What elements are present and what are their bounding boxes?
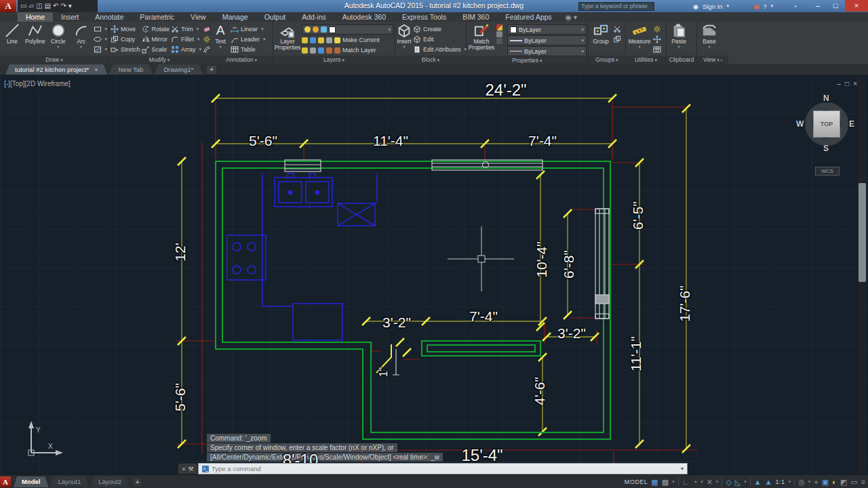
panel-label-layers[interactable]: Layers▾: [273, 56, 395, 64]
new-drawing-tab-button[interactable]: +: [207, 66, 216, 74]
isometric-drafting-icon[interactable]: ◇: [726, 476, 731, 488]
layout1-tab[interactable]: Layout1: [50, 476, 89, 487]
fillet-button[interactable]: Fillet▾: [171, 35, 201, 44]
panel-label-properties[interactable]: Properties▾: [467, 56, 588, 64]
snap-mode-icon[interactable]: ▩: [662, 476, 669, 488]
tab-manage[interactable]: Manage: [214, 12, 256, 22]
insert-block-button[interactable]: Insert▾: [397, 23, 412, 49]
maximize-button[interactable]: □: [827, 0, 844, 12]
annotation-scale-value[interactable]: 1:1: [776, 479, 785, 485]
panel-label-clipboard[interactable]: Clipboard: [667, 56, 696, 64]
copy-button[interactable]: Copy: [111, 35, 140, 44]
vp-minimize-icon[interactable]: –: [837, 80, 846, 87]
annotation-monitor-icon[interactable]: +: [814, 476, 818, 488]
viewcube[interactable]: TOP N S W E: [800, 98, 853, 150]
layer-thaw-icon[interactable]: [318, 47, 324, 54]
tab-home[interactable]: Home: [18, 12, 53, 22]
lineweight-list-icon[interactable]: [496, 31, 502, 37]
object-color-icon[interactable]: [496, 24, 502, 30]
paste-button[interactable]: Paste▾: [668, 23, 690, 49]
layer-select[interactable]: ▾: [302, 24, 393, 35]
mirror-button[interactable]: Mirror: [142, 35, 170, 44]
make-current-button[interactable]: Make Current: [334, 35, 380, 45]
workspace-dropdown-icon[interactable]: ▾: [808, 479, 811, 485]
panel-label-groups[interactable]: Groups▾: [589, 56, 625, 64]
file-tab-kitchen-project[interactable]: tutorial #2 kitchen project*×: [5, 64, 108, 75]
tab-featured-apps[interactable]: Featured Apps: [497, 12, 559, 22]
annotation-autoscale-icon[interactable]: ▲: [765, 476, 772, 488]
minimize-button[interactable]: –: [810, 0, 826, 12]
measure-button[interactable]: Measure▾: [627, 23, 652, 49]
quick-select-button[interactable]: [653, 24, 661, 34]
line-button[interactable]: Line: [1, 23, 23, 45]
file-tab-new-tab[interactable]: New Tab: [109, 64, 153, 75]
close-tab-icon[interactable]: ×: [94, 66, 98, 73]
viewcube-north[interactable]: N: [823, 94, 829, 103]
polar-dropdown-icon[interactable]: ▾: [701, 479, 703, 485]
base-view-button[interactable]: Base▾: [698, 23, 720, 49]
viewcube-south[interactable]: S: [823, 144, 829, 153]
linetype-select[interactable]: ByLayer▾: [507, 46, 587, 56]
sign-in-button[interactable]: ◒ Sign In ▾: [695, 1, 729, 11]
tab-autodesk-360[interactable]: Autodesk 360: [334, 12, 394, 22]
leader-button[interactable]: Leader▾: [231, 35, 266, 44]
viewcube-top-face[interactable]: TOP: [813, 110, 840, 138]
panel-label-annotation[interactable]: Annotation▾: [210, 56, 273, 64]
layer-off-icon[interactable]: [302, 37, 308, 43]
panel-label-view[interactable]: View▾ ▪: [697, 56, 728, 64]
group-button[interactable]: Group: [590, 23, 612, 45]
tab-output[interactable]: Output: [256, 12, 294, 22]
layer-freeze-tool-icon[interactable]: [318, 37, 324, 43]
hatch-button[interactable]: ▾: [94, 45, 108, 54]
layer-unisolate-icon[interactable]: [310, 47, 316, 54]
text-button[interactable]: A Text▾: [212, 23, 229, 49]
rectangle-button[interactable]: ▾: [94, 24, 108, 34]
help-search-input[interactable]: Type a keyword or phrase: [578, 2, 654, 11]
viewcube-east[interactable]: E: [849, 119, 854, 129]
viewport-controls-label[interactable]: [-][Top][2D Wireframe]: [4, 80, 71, 87]
layer-isolate-icon[interactable]: [310, 37, 316, 43]
model-space-badge[interactable]: MODEL: [625, 479, 648, 485]
tab-parametric[interactable]: Parametric: [132, 12, 182, 22]
osnap-dropdown-icon[interactable]: ▾: [744, 479, 747, 485]
arc-button[interactable]: Arc▾: [71, 23, 92, 49]
command-input[interactable]: >_ Type a command ▾: [198, 463, 688, 474]
group-edit-button[interactable]: [613, 35, 621, 44]
tab-add-ins[interactable]: Add-ins: [294, 12, 334, 22]
tab-insert[interactable]: Insert: [53, 12, 87, 22]
panel-label-utilities[interactable]: Utilities▾: [626, 56, 666, 64]
grid-display-icon[interactable]: ▦: [651, 476, 658, 488]
panel-label-draw[interactable]: Draw▾: [0, 56, 108, 64]
tab-express-tools[interactable]: Express Tools: [394, 12, 454, 22]
file-tab-drawing1[interactable]: Drawing1*: [154, 64, 203, 75]
create-block-button[interactable]: Create: [413, 24, 467, 34]
tab-view[interactable]: View: [182, 12, 214, 22]
new-layout-button[interactable]: +: [133, 478, 142, 487]
command-customize-icon[interactable]: ⚒: [189, 466, 194, 472]
object-snap-tracking-icon[interactable]: ✕: [707, 476, 713, 488]
id-point-button[interactable]: [653, 35, 661, 44]
linear-dimension-button[interactable]: Linear▾: [231, 24, 266, 34]
object-snap-icon[interactable]: ◺: [735, 476, 741, 488]
lineweight-select[interactable]: ByLayer▾: [507, 35, 587, 45]
layer-unlock-icon[interactable]: [326, 47, 332, 54]
vp-close-icon[interactable]: ×: [853, 80, 861, 87]
move-button[interactable]: Move: [111, 24, 140, 34]
layer-lock-tool-icon[interactable]: [326, 37, 332, 43]
layer-properties-button[interactable]: Layer Properties: [275, 23, 300, 51]
command-recent-icon[interactable]: ▾: [681, 466, 684, 472]
exchange-apps-icon[interactable]: ▣: [753, 1, 760, 11]
snap-dropdown-icon[interactable]: ▾: [672, 479, 675, 485]
layer-on-tool-icon[interactable]: [302, 47, 308, 54]
model-tab[interactable]: Model: [14, 476, 48, 487]
panel-label-modify[interactable]: Modify▾: [109, 56, 210, 64]
ribbon-display-toggle-icon[interactable]: ◉ ▾: [566, 12, 577, 22]
circle-button[interactable]: Circle▾: [47, 23, 69, 49]
scale-button[interactable]: Scale: [142, 45, 170, 54]
trim-button[interactable]: Trim▾: [171, 24, 201, 34]
table-button[interactable]: Table: [231, 45, 266, 54]
otrack-dropdown-icon[interactable]: ▾: [716, 479, 719, 485]
vertical-scrollbar[interactable]: [858, 75, 867, 474]
drawing-canvas[interactable]: Y X 24'-2" 5'-6" 11'-4" 7'-4" 12' 5'-6" …: [0, 75, 868, 474]
customization-icon[interactable]: ▭: [850, 476, 857, 488]
